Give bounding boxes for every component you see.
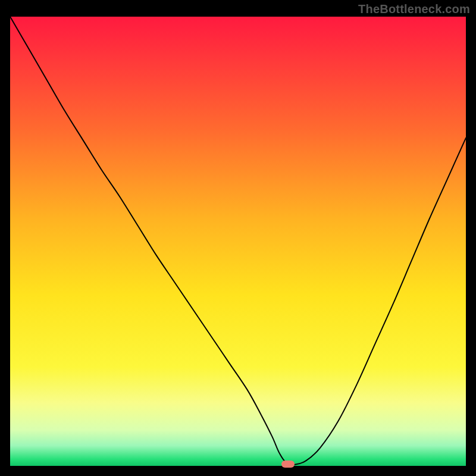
- optimal-point-marker: [281, 461, 295, 468]
- watermark-text: TheBottleneck.com: [358, 2, 470, 16]
- bottleneck-curve: [10, 17, 466, 466]
- plot-area: [10, 17, 466, 466]
- chart-frame: TheBottleneck.com: [0, 0, 476, 476]
